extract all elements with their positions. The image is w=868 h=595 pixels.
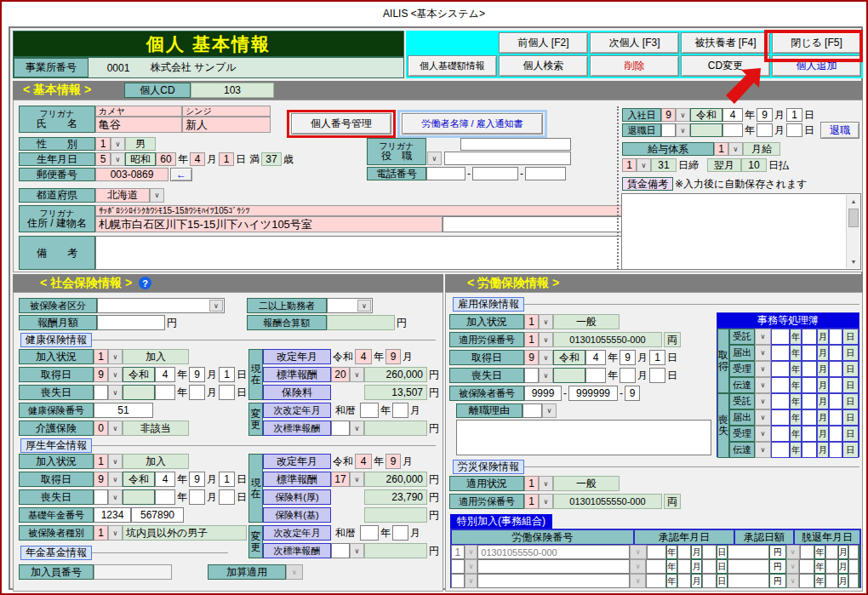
retire-button[interactable]: 退職: [820, 122, 859, 139]
chevron-down-icon[interactable]: [357, 300, 371, 312]
surname-field[interactable]: 亀谷: [95, 117, 182, 133]
monthly-pay-field[interactable]: [97, 315, 165, 330]
birth-era-dropdown[interactable]: [111, 152, 125, 166]
health-next-standard-code[interactable]: [331, 421, 350, 436]
two-or-more-select[interactable]: [327, 298, 373, 313]
clerical-year-field[interactable]: [771, 361, 790, 377]
retire-year-field[interactable]: [722, 123, 743, 137]
health-status-dropdown[interactable]: [108, 349, 123, 364]
pension-loss-dropdown[interactable]: [108, 489, 123, 505]
special-withdraw-year[interactable]: [799, 559, 814, 574]
pension-status-dropdown[interactable]: [108, 454, 123, 469]
health-acquire-month[interactable]: 9: [189, 367, 205, 382]
special-withdraw-month[interactable]: [825, 574, 838, 588]
special-row-dropdown[interactable]: [465, 574, 478, 588]
special-year-field[interactable]: [646, 559, 665, 574]
special-row-code[interactable]: [451, 574, 465, 588]
pension-next-standard-code[interactable]: [331, 543, 350, 558]
special-month-field[interactable]: [677, 545, 692, 559]
special-day-field[interactable]: [702, 545, 717, 559]
retire-day-field[interactable]: [786, 123, 802, 137]
delete-button[interactable]: 削除: [590, 55, 679, 77]
health-revision-month[interactable]: 9: [385, 349, 401, 364]
pension-acquire-year[interactable]: 4: [155, 472, 175, 487]
hire-day-field[interactable]: 1: [786, 108, 802, 122]
surname-kana-field[interactable]: カメヤ: [95, 106, 182, 117]
accident-status-dropdown[interactable]: [539, 476, 553, 491]
health-next-standard-dropdown[interactable]: [350, 421, 364, 436]
leaving-reason-code[interactable]: [523, 403, 542, 418]
clerical-year-field[interactable]: [771, 393, 790, 409]
clerical-dropdown[interactable]: [755, 377, 771, 393]
special-day-field[interactable]: [702, 559, 717, 574]
base-amount-button[interactable]: 個人基礎額情報: [408, 55, 497, 77]
employment-acquire-code[interactable]: 9: [524, 350, 539, 365]
health-next-month[interactable]: [392, 403, 408, 418]
health-revision-year[interactable]: 4: [355, 349, 372, 364]
hire-month-field[interactable]: 9: [757, 108, 773, 122]
employment-insured-number-3[interactable]: 9: [625, 386, 640, 401]
clerical-day-field[interactable]: [829, 409, 842, 426]
special-withdraw-month[interactable]: [825, 545, 838, 559]
special-year-field[interactable]: [646, 574, 665, 588]
special-row-code[interactable]: 1: [451, 545, 465, 559]
pension-status-code[interactable]: 1: [94, 454, 108, 469]
salary-dropdown[interactable]: [728, 142, 743, 156]
clerical-year-field[interactable]: [771, 345, 790, 361]
special-row-dropdown[interactable]: [465, 545, 478, 559]
clerical-month-field[interactable]: [802, 409, 817, 426]
employment-insured-number-2[interactable]: 999999: [568, 386, 618, 401]
gender-code-field[interactable]: 1: [95, 137, 111, 151]
special-withdraw-day[interactable]: [848, 574, 859, 588]
person-search-button[interactable]: 個人検索: [499, 55, 588, 77]
basic-pension-number-1[interactable]: 1234: [94, 507, 131, 523]
pension-loss-year[interactable]: [155, 489, 175, 505]
zip-lookup-button[interactable]: ←: [170, 168, 192, 181]
gender-dropdown[interactable]: [111, 137, 125, 151]
zip-field[interactable]: 003-0869: [95, 168, 168, 181]
special-row-number[interactable]: 01301055550-000: [477, 545, 630, 559]
special-withdraw-year[interactable]: [799, 574, 814, 588]
health-acquire-day[interactable]: 1: [219, 367, 235, 382]
clerical-month-field[interactable]: [802, 426, 817, 442]
retire-era-dropdown[interactable]: [676, 123, 690, 137]
dependents-button[interactable]: 被扶養者 [F4]: [681, 32, 770, 54]
health-next-year[interactable]: [360, 403, 379, 418]
special-withdraw-dropdown[interactable]: [786, 545, 800, 559]
phone-field-3[interactable]: [525, 167, 566, 180]
insured-type-dropdown[interactable]: [108, 525, 123, 541]
health-loss-month[interactable]: [189, 385, 205, 400]
employment-loss-day[interactable]: [649, 368, 665, 383]
accident-rouho-dropdown[interactable]: [539, 494, 553, 509]
scroll-up-icon[interactable]: [847, 195, 860, 208]
insured-class-select[interactable]: [97, 298, 225, 313]
care-insurance-code[interactable]: 0: [94, 421, 108, 436]
employment-acquire-month[interactable]: 9: [620, 350, 636, 365]
pension-next-month[interactable]: [392, 525, 408, 541]
employment-loss-month[interactable]: [620, 368, 636, 383]
special-amount-field[interactable]: [728, 559, 769, 574]
pension-revision-month[interactable]: 9: [385, 454, 401, 469]
clerical-day-field[interactable]: [829, 345, 842, 361]
clerical-dropdown[interactable]: [755, 426, 771, 442]
health-acquire-code[interactable]: 9: [94, 367, 108, 382]
health-standard-dropdown[interactable]: [350, 367, 364, 382]
closing-dropdown[interactable]: [637, 158, 651, 172]
employment-loss-dropdown[interactable]: [539, 368, 553, 383]
chevron-down-icon[interactable]: [209, 300, 223, 312]
person-cd-value[interactable]: 103: [191, 83, 274, 98]
employment-acquire-day[interactable]: 1: [649, 350, 665, 365]
employment-loss-year[interactable]: [585, 368, 606, 383]
prev-person-button[interactable]: 前個人 [F2]: [499, 32, 588, 54]
wage-note-scrollbar[interactable]: [846, 195, 859, 268]
employment-loss-code[interactable]: [524, 368, 539, 383]
birth-day-field[interactable]: 1: [219, 152, 234, 166]
employment-status-code[interactable]: 1: [524, 314, 539, 329]
employment-insured-number-1[interactable]: 9999: [524, 386, 562, 401]
birth-year-field[interactable]: 60: [156, 152, 176, 166]
clerical-day-field[interactable]: [829, 377, 842, 393]
employment-status-dropdown[interactable]: [539, 314, 553, 329]
pension-loss-code[interactable]: [94, 489, 108, 505]
retire-month-field[interactable]: [757, 123, 773, 137]
scroll-down-icon[interactable]: [847, 255, 860, 268]
